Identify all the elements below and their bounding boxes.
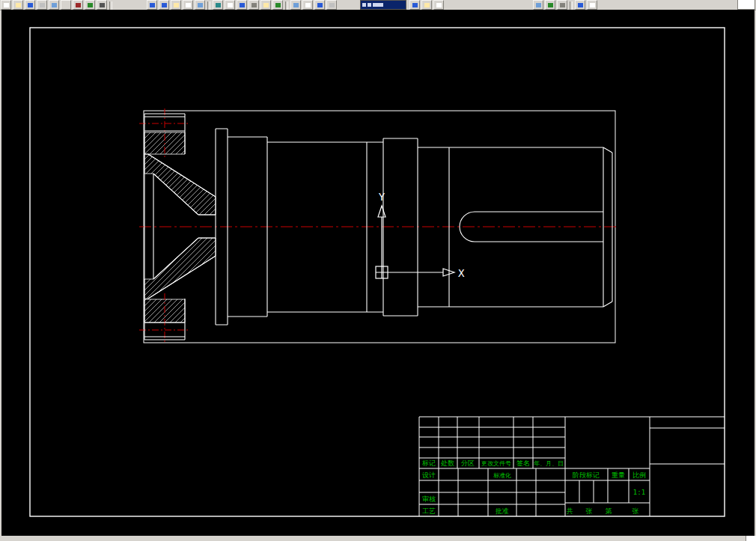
titleblock-scale-label: 比例 bbox=[632, 471, 646, 479]
toolbar-icon[interactable] bbox=[409, 0, 420, 10]
toolbar-icon[interactable] bbox=[326, 0, 337, 10]
toolbar-separator bbox=[285, 1, 288, 10]
zoom-icon[interactable] bbox=[213, 0, 223, 10]
new-file-icon[interactable] bbox=[1, 0, 11, 10]
toolbar-icon[interactable] bbox=[249, 0, 259, 10]
redo-icon[interactable] bbox=[159, 0, 169, 10]
toolbar-icon[interactable] bbox=[73, 0, 83, 10]
toolbar-icon[interactable] bbox=[545, 0, 555, 10]
open-file-icon[interactable] bbox=[13, 0, 23, 10]
titleblock-sheet-total-label: 共 bbox=[567, 507, 573, 515]
toolbar-icon[interactable] bbox=[421, 0, 432, 10]
toolbar-separator bbox=[109, 1, 112, 10]
toolbar-icon[interactable] bbox=[171, 0, 181, 10]
titleblock-review-label: 审核 bbox=[422, 495, 436, 503]
ucs-icon: Y X bbox=[376, 191, 465, 279]
title-block-text: 标记 处数 分区 更改文件号 签名 年、月、日 设计 标准化 审核 工艺 批准 … bbox=[421, 459, 646, 515]
toolbar-icon[interactable] bbox=[557, 0, 567, 10]
titleblock-sheet-page-label: 第 bbox=[606, 507, 612, 515]
ucs-origin-cross bbox=[376, 266, 388, 278]
toolbar-icon[interactable] bbox=[183, 0, 193, 10]
titleblock-change-doc-label: 更改文件号 bbox=[481, 460, 511, 467]
titleblock-sheet-total-unit: 张 bbox=[586, 507, 593, 515]
titleblock-standardization-label: 标准化 bbox=[493, 472, 511, 479]
toolbar bbox=[0, 0, 756, 10]
help-icon[interactable] bbox=[587, 0, 597, 10]
pan-icon[interactable] bbox=[225, 0, 235, 10]
titleblock-right-section bbox=[565, 417, 650, 516]
toolbar-icon[interactable] bbox=[61, 0, 71, 10]
drawing-canvas[interactable]: Y X 标记 处数 分区 更改文件号 签名 年、月、日 设计 标准化 审核 工艺… bbox=[1, 10, 755, 536]
ucs-x-label: X bbox=[458, 267, 465, 279]
toolbar-separator bbox=[207, 1, 210, 10]
titleblock-sheet-page-unit: 张 bbox=[632, 507, 639, 515]
toolbar-icon[interactable] bbox=[260, 0, 271, 10]
toolbar-icon[interactable] bbox=[97, 0, 107, 10]
ucs-y-arrowhead bbox=[378, 206, 385, 217]
titleblock-zone-label: 分区 bbox=[461, 459, 475, 467]
print-icon[interactable] bbox=[37, 0, 47, 10]
toolbar-separator bbox=[570, 1, 573, 10]
undo-icon[interactable] bbox=[147, 0, 157, 10]
style-dropdown[interactable] bbox=[360, 0, 406, 10]
titleblock-process-label: 工艺 bbox=[422, 507, 436, 515]
window-bottom-edge bbox=[0, 536, 756, 541]
toolbar-icon[interactable] bbox=[533, 0, 543, 10]
toolbar-icon[interactable] bbox=[314, 0, 325, 10]
toolbar-icon[interactable] bbox=[575, 0, 585, 10]
titleblock-stage-mark-label: 阶段标记 bbox=[573, 471, 600, 479]
toolbar-icon[interactable] bbox=[290, 0, 301, 10]
toolbar-corner-panel bbox=[737, 0, 755, 10]
titleblock-design-label: 设计 bbox=[422, 471, 436, 479]
statusbar-corner bbox=[746, 536, 756, 541]
titleblock-far-right bbox=[650, 417, 725, 516]
toolbar-icon[interactable] bbox=[195, 0, 205, 10]
titleblock-scale-value: 1:1 bbox=[633, 489, 645, 496]
toolbar-icon[interactable] bbox=[237, 0, 247, 10]
save-icon[interactable] bbox=[25, 0, 35, 10]
centerlines bbox=[139, 108, 617, 344]
toolbar-icon[interactable] bbox=[272, 0, 283, 10]
toolbar-icon[interactable] bbox=[302, 0, 313, 10]
titleblock-count-label: 处数 bbox=[440, 459, 454, 467]
ucs-y-label: Y bbox=[379, 191, 385, 203]
titleblock-date-label: 年、月、日 bbox=[534, 460, 564, 467]
titleblock-weight-label: 重量 bbox=[612, 471, 625, 479]
toolbar-icon[interactable] bbox=[85, 0, 95, 10]
toolbar-icon[interactable] bbox=[433, 0, 444, 10]
titleblock-signature-label: 签名 bbox=[516, 459, 530, 467]
titleblock-approve-label: 批准 bbox=[495, 507, 509, 515]
toolbar-icon[interactable] bbox=[49, 0, 59, 10]
titleblock-mark-label: 标记 bbox=[421, 459, 436, 467]
